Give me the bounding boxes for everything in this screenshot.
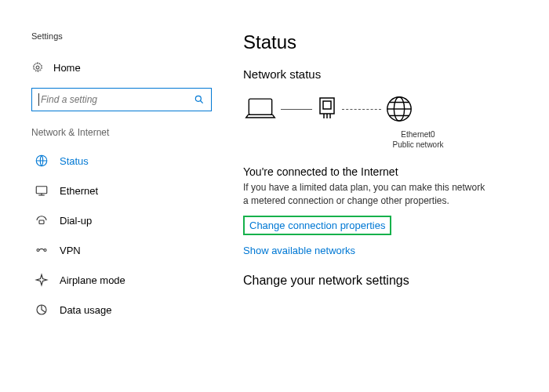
change-settings-heading: Change your network settings <box>243 274 525 288</box>
nav-label: Status <box>60 155 89 167</box>
home-label: Home <box>53 62 81 74</box>
main-panel: Status Network status Ethernet0 <box>227 31 525 325</box>
nav-label: Data usage <box>60 304 112 316</box>
globe-icon <box>384 94 414 124</box>
vpn-icon <box>35 243 49 257</box>
laptop-icon <box>243 93 278 125</box>
connected-title: You're connected to the Internet <box>243 165 525 178</box>
search-input[interactable] <box>31 88 212 111</box>
svg-point-0 <box>36 66 39 69</box>
airplane-icon <box>35 273 49 287</box>
nav-status[interactable]: Status <box>31 146 227 176</box>
svg-point-2 <box>195 96 201 101</box>
adapter-icon <box>315 95 339 123</box>
settings-label: Settings <box>31 31 227 41</box>
nav-dialup[interactable]: Dial-up <box>31 205 227 235</box>
home-nav[interactable]: Home <box>31 58 227 77</box>
nav-datausage[interactable]: Data usage <box>31 295 227 325</box>
text-cursor <box>38 93 39 106</box>
svg-rect-13 <box>320 98 334 114</box>
sidebar: Settings Home Network & Internet <box>31 31 227 325</box>
svg-point-10 <box>44 249 46 252</box>
show-available-networks-link[interactable]: Show available networks <box>243 245 525 256</box>
nav-label: Dial-up <box>60 215 92 227</box>
ethernet-icon <box>35 183 49 198</box>
adapter-labels: Ethernet0 Public network <box>311 129 525 150</box>
nav-airplane[interactable]: Airplane mode <box>31 265 227 295</box>
connected-desc: If you have a limited data plan, you can… <box>243 181 486 208</box>
status-icon <box>35 154 49 168</box>
svg-rect-8 <box>39 220 44 224</box>
page-title: Status <box>243 31 525 53</box>
svg-point-9 <box>37 249 39 252</box>
dialup-icon <box>35 213 49 227</box>
nav-label: Ethernet <box>60 185 98 197</box>
nav-label: Airplane mode <box>60 274 125 286</box>
adapter-type: Public network <box>311 140 525 150</box>
search-icon <box>194 94 205 105</box>
svg-rect-12 <box>249 99 271 114</box>
svg-rect-14 <box>323 101 331 109</box>
nav-ethernet[interactable]: Ethernet <box>31 176 227 205</box>
nav-label: VPN <box>60 245 81 256</box>
network-diagram <box>243 93 525 125</box>
search-field[interactable] <box>41 94 194 105</box>
gear-icon <box>31 61 44 74</box>
connector-line <box>281 109 312 110</box>
adapter-name: Ethernet0 <box>311 129 525 140</box>
change-connection-properties-link[interactable]: Change connection properties <box>243 216 391 235</box>
section-label: Network & Internet <box>31 127 227 138</box>
svg-line-3 <box>201 101 203 103</box>
connector-dashed <box>342 109 381 110</box>
section-subtitle: Network status <box>243 67 525 81</box>
datausage-icon <box>35 303 49 317</box>
svg-rect-5 <box>36 187 47 194</box>
svg-point-1 <box>34 64 42 72</box>
nav-vpn[interactable]: VPN <box>31 235 227 265</box>
